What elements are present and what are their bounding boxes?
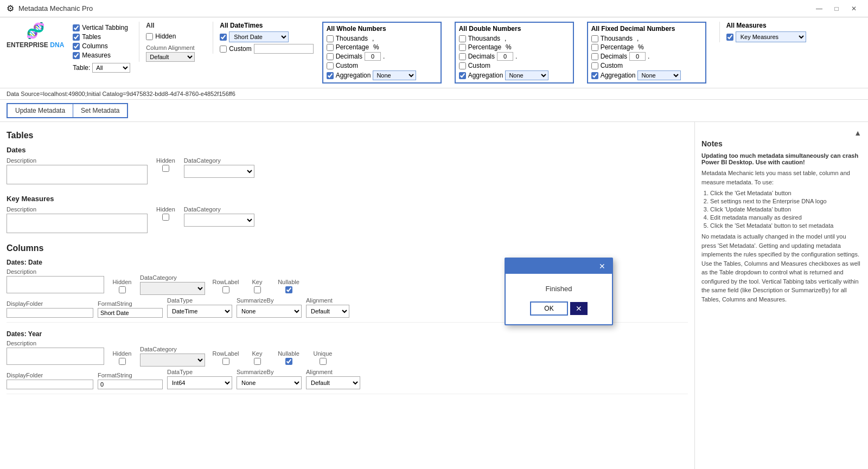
column-alignment-select[interactable]: Default [146,52,195,62]
whole-thousands-checkbox[interactable] [327,35,334,42]
dates-fields-row: Description Hidden DataCategory [7,157,688,186]
dates-year-formatstring-input[interactable] [98,380,163,389]
dates-date-alignment-select[interactable]: Default [306,305,349,318]
fixed-custom-label: Custom [601,62,623,69]
close-button[interactable]: ✕ [846,3,861,14]
whole-pct-sym: % [373,43,379,51]
double-agg-select[interactable]: None [505,70,548,80]
dates-year-alignment-select[interactable]: Default [306,376,360,389]
whole-agg-checkbox[interactable] [327,72,334,79]
dates-desc-textarea[interactable] [7,165,148,184]
double-decimals-row: Decimals . [459,52,570,61]
datetime-custom-checkbox[interactable] [220,46,227,53]
dates-year-bottom-row: DisplayFolder FormatString DataType Int6… [7,369,688,389]
fixed-custom-checkbox[interactable] [591,62,598,69]
dates-year-hidden-checkbox[interactable] [119,358,126,365]
dates-year-displayfolder-label: DisplayFolder [7,372,93,378]
double-thousands-checkbox[interactable] [459,35,466,42]
dates-date-displayfolder-input[interactable] [7,308,93,318]
notes-footer: No metadata is actually changed in the m… [701,232,861,304]
datetime-custom-input[interactable] [254,44,314,54]
table-select-row: Table: All [73,63,130,73]
dates-year-unique-group: Unique [309,350,336,367]
dates-year-key-checkbox[interactable] [254,358,261,365]
dates-date-nullable-checkbox[interactable] [285,286,292,293]
measures-select-checkbox[interactable] [726,34,733,41]
table-select[interactable]: All [92,63,130,73]
dates-date-rowlabel-checkbox[interactable] [222,286,229,293]
measures-select-row: Key Measures [726,31,806,42]
measures-dropdown[interactable]: Key Measures [736,31,806,42]
columns-checkbox[interactable] [73,43,80,50]
vertical-tabbing-checkbox[interactable] [73,24,80,31]
dialog-ok-button[interactable]: OK [530,301,567,316]
maximize-button[interactable]: □ [829,3,844,14]
dialog-header-close-button[interactable]: ✕ [598,262,607,271]
dates-table-name: Dates [7,146,688,154]
dates-year-datacat-select[interactable] [140,354,205,367]
dates-year-desc-label: Description [7,340,104,346]
dates-date-summarizeby-select[interactable]: None [237,305,302,318]
fixed-thousands-checkbox[interactable] [591,35,598,42]
dates-date-desc-input[interactable] [7,276,104,293]
dates-date-formatstring-input[interactable] [98,308,163,318]
dates-year-rowlabel-checkbox[interactable] [222,358,229,365]
titlebar: ⚙ Metadata Mechanic Pro — □ ✕ [0,0,868,17]
dates-year-formatstring-group: FormatString [98,372,163,389]
whole-percentage-checkbox[interactable] [327,44,334,51]
dates-datacategory-group: DataCategory [184,157,254,178]
fixed-decimals-input[interactable] [629,52,646,61]
whole-decimals-input[interactable] [365,52,381,61]
tables-label: Tables [82,33,101,41]
dates-year-unique-checkbox[interactable] [320,358,327,365]
fixed-agg-checkbox[interactable] [591,72,598,79]
notes-collapse-icon[interactable]: ▲ [854,129,861,137]
titlebar-controls[interactable]: — □ ✕ [812,3,861,14]
set-metadata-button[interactable]: Set Metadata [73,103,128,118]
dialog-close-x-button[interactable]: ✕ [570,302,588,315]
datetime-dropdown[interactable]: Short Date Long Date [229,31,289,42]
dates-datacategory-label: DataCategory [184,157,254,164]
hidden-row: Hidden [146,33,204,40]
whole-agg-label: Aggregation [336,72,371,79]
dates-hidden-checkbox[interactable] [162,165,169,172]
keymeasures-datacategory-select[interactable] [184,214,254,227]
minimize-button[interactable]: — [812,3,827,14]
keymeasures-desc-textarea[interactable] [7,214,148,233]
titlebar-left: ⚙ Metadata Mechanic Pro [7,3,93,14]
keymeasures-datacategory-group: DataCategory [184,206,254,227]
update-metadata-button[interactable]: Update Metadata [7,103,73,118]
dates-datacategory-select[interactable] [184,165,254,178]
dates-date-hidden-checkbox[interactable] [119,286,126,293]
keymeasures-hidden-checkbox[interactable] [162,214,169,221]
dates-date-datacat-select[interactable] [140,282,205,295]
dates-year-datatype-select[interactable]: Int64 [167,376,232,389]
double-percentage-checkbox[interactable] [459,44,466,51]
fixed-agg-label: Aggregation [601,72,636,79]
double-custom-checkbox[interactable] [459,62,466,69]
double-decimals-checkbox[interactable] [459,53,466,60]
measures-row: Measures [73,52,130,59]
dates-date-datatype-select[interactable]: DateTime [167,305,232,318]
dates-year-displayfolder-input[interactable] [7,380,93,389]
tables-checkbox[interactable] [73,34,80,41]
dates-year-summarizeby-select[interactable]: None [237,376,302,389]
dates-year-nullable-checkbox[interactable] [285,358,292,365]
hidden-checkbox[interactable] [146,33,153,40]
measures-checkbox[interactable] [73,52,80,59]
all-datetimes-section: All DateTimes Short Date Long Date Custo… [213,22,313,54]
dates-desc-label: Description [7,157,148,164]
fixed-decimals-checkbox[interactable] [591,53,598,60]
whole-decimals-checkbox[interactable] [327,53,334,60]
fixed-agg-select[interactable]: None [637,70,681,80]
whole-agg-select[interactable]: None Sum Average [373,70,416,80]
double-agg-checkbox[interactable] [459,72,466,79]
dates-date-key-checkbox[interactable] [254,286,261,293]
dates-date-datatype-label: DataType [167,297,232,304]
dates-year-desc-input[interactable] [7,348,104,365]
fixed-percentage-checkbox[interactable] [591,44,598,51]
datetime-checkbox[interactable] [220,34,227,41]
whole-custom-checkbox[interactable] [327,62,334,69]
double-decimals-input[interactable] [497,52,513,61]
keymeasures-hidden-group: Hidden [156,206,175,221]
